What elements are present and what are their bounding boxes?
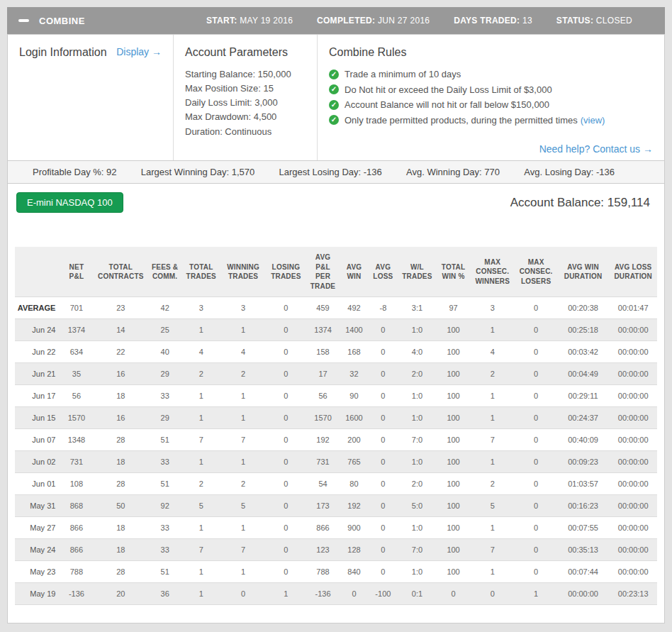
row-label: Jun 24	[15, 319, 60, 341]
table-cell: 17	[306, 363, 340, 385]
table-cell: 80	[340, 473, 369, 495]
collapse-icon[interactable]	[18, 19, 29, 22]
table-cell: 28	[93, 561, 148, 583]
combine-dashboard: COMBINE START: MAY 19 2016 COMPLETED: JU…	[0, 0, 672, 632]
table-cell: 00:00:00	[609, 429, 657, 451]
table-cell: 18	[93, 451, 148, 473]
table-cell: 0	[369, 495, 398, 517]
table-cell: 0	[437, 583, 470, 605]
stat-label: Avg. Winning Day:	[406, 167, 482, 177]
table-cell: 18	[93, 385, 148, 407]
table-cell: 3	[181, 297, 220, 319]
table-cell: 50	[93, 495, 148, 517]
table-cell: 00:35:13	[557, 539, 610, 561]
table-cell: 40	[148, 341, 181, 363]
table-cell: 51	[148, 561, 181, 583]
table-cell: 00:00:00	[609, 407, 657, 429]
rule-text: Account Balance will not hit or fall bel…	[345, 98, 549, 112]
table-cell: 0	[515, 407, 556, 429]
table-cell: 4	[470, 341, 515, 363]
column-header: TOTAL CONTRACTS	[93, 247, 148, 297]
account-balance: Account Balance: 159,114	[510, 196, 656, 210]
table-cell: 00:23:13	[609, 583, 657, 605]
table-cell: 192	[306, 429, 340, 451]
table-cell: 1	[181, 517, 220, 539]
table-cell: 25	[148, 319, 181, 341]
contact-us-link[interactable]: Need help? Contact us →	[539, 143, 653, 155]
table-cell: 5	[470, 495, 515, 517]
table-cell: 32	[340, 363, 369, 385]
table-cell: 0	[266, 429, 306, 451]
table-cell: 4	[220, 341, 265, 363]
table-cell: 29	[148, 363, 181, 385]
table-cell: 1	[181, 583, 220, 605]
row-label: AVERAGE	[15, 297, 60, 319]
table-cell: 7:0	[398, 429, 437, 451]
table-cell: 1600	[340, 407, 369, 429]
row-label: Jun 15	[15, 407, 60, 429]
table-cell: 00:01:47	[609, 297, 657, 319]
table-cell: 7	[181, 539, 220, 561]
table-cell: 1	[181, 319, 220, 341]
table-cell: 00:07:55	[557, 517, 610, 539]
table-cell: 18	[93, 539, 148, 561]
table-cell: 0	[369, 429, 398, 451]
table-cell: 2	[181, 363, 220, 385]
table-cell: 0	[266, 297, 306, 319]
table-cell: 2	[220, 473, 265, 495]
table-cell: 0	[220, 583, 265, 605]
table-cell: 0	[266, 319, 306, 341]
display-link[interactable]: Display →	[116, 46, 162, 57]
table-cell: 90	[340, 385, 369, 407]
table-cell: 0	[369, 363, 398, 385]
row-label: Jun 07	[15, 429, 60, 451]
table-cell: 1	[470, 319, 515, 341]
table-cell: -136	[60, 583, 93, 605]
table-cell: 868	[60, 495, 93, 517]
table-cell: 1400	[340, 319, 369, 341]
table-cell: 2	[470, 473, 515, 495]
account-balance-value: 159,114	[607, 196, 650, 209]
table-cell: 1	[181, 407, 220, 429]
table-cell: 100	[437, 451, 470, 473]
table-cell: 0	[369, 561, 398, 583]
table-cell: 92	[148, 495, 181, 517]
column-header: TOTAL WIN %	[437, 247, 470, 297]
table-cell: 0	[515, 517, 556, 539]
check-icon: ✓	[329, 115, 339, 125]
row-label: May 19	[15, 583, 60, 605]
avg-winning-day-stat: Avg. Winning Day: 770	[406, 167, 500, 177]
completed-date-field: COMPLETED: JUN 27 2016	[317, 16, 430, 26]
table-cell: -100	[369, 583, 398, 605]
header-left: COMBINE	[18, 16, 206, 26]
stats-bar: Profitable Day %: 92 Largest Winning Day…	[7, 160, 665, 184]
daily-loss-limit-line: Daily Loss Limit: 3,000	[185, 96, 306, 110]
row-label: May 24	[15, 539, 60, 561]
table-cell: 100	[437, 495, 470, 517]
table-cell: 00:00:00	[609, 363, 657, 385]
view-link[interactable]: (view)	[581, 113, 605, 128]
table-cell: 1	[181, 451, 220, 473]
table-cell: 00:25:18	[557, 319, 610, 341]
check-icon: ✓	[329, 70, 339, 79]
table-cell: 1374	[306, 319, 340, 341]
product-tab-button[interactable]: E-mini NASDAQ 100	[16, 192, 123, 213]
table-cell: 100	[437, 363, 470, 385]
table-cell: 459	[306, 297, 340, 319]
table-cell: 492	[340, 297, 369, 319]
table-cell: 100	[437, 385, 470, 407]
table-cell: 33	[148, 451, 181, 473]
status-label: STATUS:	[556, 16, 593, 26]
login-information-section: Login Information Display →	[8, 35, 173, 160]
table-cell: 0	[515, 495, 556, 517]
table-cell: 2	[181, 473, 220, 495]
column-header: AVG WIN	[340, 247, 369, 297]
table-cell: 0	[515, 297, 556, 319]
table-cell: 1	[181, 561, 220, 583]
stat-label: Avg. Losing Day:	[524, 167, 593, 177]
table-cell: 0:1	[398, 583, 437, 605]
table-cell: 33	[148, 385, 181, 407]
table-cell: 701	[60, 297, 93, 319]
stat-label: Largest Winning Day:	[141, 167, 229, 177]
table-cell: 0	[515, 451, 556, 473]
